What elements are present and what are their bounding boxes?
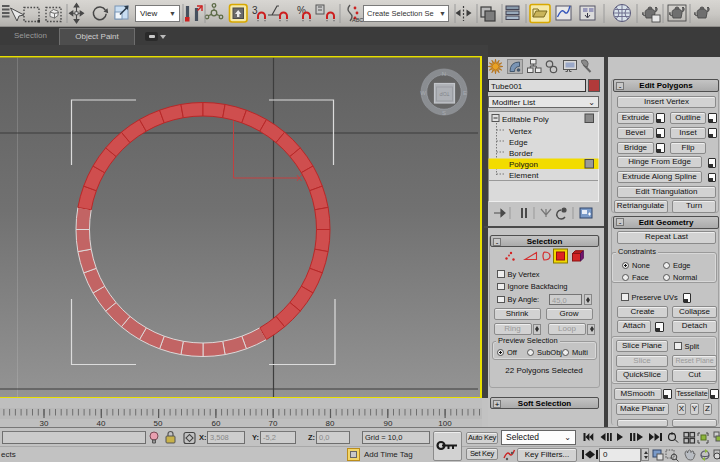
svg-text:Edge: Edge <box>509 138 528 147</box>
svg-text:Element: Element <box>509 171 539 180</box>
svg-text:N: N <box>442 71 446 77</box>
svg-text:W: W <box>420 90 426 96</box>
svg-text:ABC: ABC <box>352 17 363 23</box>
svg-text:E: E <box>463 90 467 96</box>
svg-text:3: 3 <box>252 5 258 16</box>
svg-text:Editable Poly: Editable Poly <box>502 115 549 124</box>
svg-text:S: S <box>442 110 446 116</box>
svg-text:%: % <box>297 5 306 16</box>
svg-text:Border: Border <box>509 149 533 158</box>
svg-text:Polygon: Polygon <box>509 160 538 169</box>
svg-text:Vertex: Vertex <box>509 127 532 136</box>
svg-text:TOP: TOP <box>439 91 450 97</box>
